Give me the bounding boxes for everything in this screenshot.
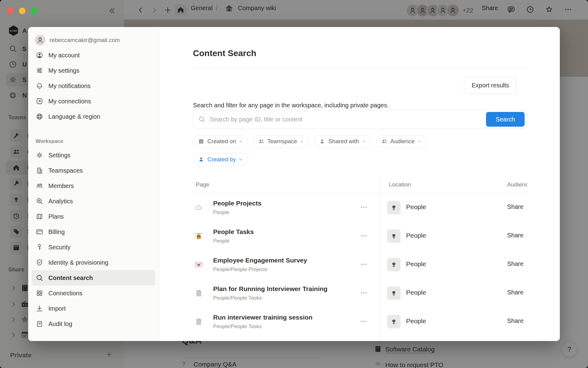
nav-label: My notifications [48, 82, 91, 90]
row-menu-button[interactable]: ••• [361, 319, 368, 324]
nav-label: Members [48, 182, 74, 190]
teamspace-flower-icon [387, 201, 401, 214]
chevron-down-icon [300, 140, 304, 144]
results-table: Page Location Audience People Projects P… [193, 176, 527, 341]
table-row[interactable]: Run interviewer training session People/… [193, 308, 527, 336]
bell-icon [36, 82, 43, 90]
settings-nav-my-account[interactable]: My account [32, 48, 155, 63]
settings-nav-connections[interactable]: Connections [32, 286, 155, 301]
settings-nav-identity-provisioning[interactable]: Identity & provisioning [32, 255, 155, 270]
chevron-down-icon [417, 140, 421, 144]
nav-label: Content search [48, 274, 93, 282]
zoom-button[interactable] [31, 8, 37, 14]
title-divider [193, 68, 527, 68]
search-submit-button[interactable]: Search [486, 112, 525, 127]
settings-nav-my-notifications[interactable]: My notifications [32, 78, 155, 94]
chip-label: Audience [390, 138, 415, 145]
nav-label: Teamspaces [48, 167, 83, 174]
page-title-cell[interactable]: Run interviewer training session [213, 314, 312, 321]
aerial-tramway-icon [194, 232, 203, 241]
settings-nav-my-connections[interactable]: My connections [32, 94, 155, 109]
key-icon [36, 243, 43, 251]
settings-nav-members[interactable]: Members [32, 178, 155, 194]
row-menu-button[interactable]: ••• [361, 290, 368, 295]
column-header-audience: Audience [507, 181, 527, 188]
active-filter-row: Created by [193, 153, 247, 166]
content-search-input[interactable] [209, 116, 527, 123]
filter-teamspace[interactable]: Teamspace [253, 135, 309, 148]
members-icon [36, 182, 43, 190]
audience-cell: Share [507, 203, 527, 210]
content-search-bar: Search [193, 110, 527, 129]
settings-nav-teamspaces[interactable]: Teamspaces [32, 163, 155, 178]
teamspace-flower-icon [387, 286, 401, 300]
person-circle-icon [36, 51, 43, 59]
page-icon [194, 317, 203, 326]
page-title-cell[interactable]: Employee Engagement Survey [213, 257, 307, 264]
app-window: ACME A S U S N Teams P C G P P S S M Sha… [0, 0, 588, 368]
page-title-cell[interactable]: People Tasks [213, 228, 254, 236]
row-menu-button[interactable]: ••• [361, 205, 368, 210]
table-row[interactable]: Plan for Running Interviewer Training Pe… [193, 279, 527, 308]
nav-label: Identity & provisioning [48, 259, 108, 266]
close-button[interactable] [7, 8, 13, 14]
nav-label: Settings [48, 152, 70, 159]
map-icon [36, 213, 43, 220]
page-icon [194, 289, 203, 298]
person-icon [319, 138, 326, 145]
audience-cell: Share [507, 260, 527, 267]
analytics-icon [36, 197, 43, 205]
settings-nav-billing[interactable]: Billing [32, 224, 155, 240]
cloud-icon [194, 203, 203, 212]
settings-nav-content-search[interactable]: Content search [32, 270, 155, 286]
filter-audience[interactable]: Audience [376, 135, 426, 148]
audience-cell: Share [507, 232, 527, 239]
row-menu-button[interactable]: ••• [361, 233, 368, 238]
page-title-cell[interactable]: People Projects [213, 200, 262, 207]
settings-nav-language-region[interactable]: Language & region [32, 109, 155, 124]
description-line-1: Search and filter for any page in the wo… [193, 102, 389, 109]
globe-icon [36, 113, 43, 121]
nav-label: My account [48, 52, 80, 59]
nav-label: My settings [48, 67, 79, 74]
export-results-button[interactable]: Export results [464, 77, 517, 94]
settings-nav: rebeccamcakir@gmail.com My account My se… [28, 27, 159, 341]
location-cell: People [406, 317, 426, 325]
filter-shared-with[interactable]: Shared with [314, 135, 371, 148]
page-title-cell[interactable]: Plan for Running Interviewer Training [213, 285, 327, 293]
account-email: rebeccamcakir@gmail.com [50, 37, 120, 44]
table-row[interactable]: People Tasks People ••• People Share [193, 222, 527, 251]
teamspace-flower-icon [387, 315, 401, 328]
column-header-page: Page [196, 181, 209, 188]
page-path-cell: People/People Tasks [213, 324, 262, 330]
audience-cell: Share [507, 289, 527, 296]
nav-label: My connections [48, 98, 91, 105]
account-row: rebeccamcakir@gmail.com [35, 35, 159, 46]
nav-label: Billing [48, 228, 65, 236]
page-path-cell: People [213, 209, 229, 216]
settings-nav-security[interactable]: Security [32, 240, 155, 255]
building-icon [36, 167, 43, 174]
location-cell: People [406, 289, 426, 296]
nav-label: Analytics [48, 198, 73, 205]
minimize-button[interactable] [19, 8, 25, 14]
filter-created-on[interactable]: Created on [193, 135, 248, 148]
page-path-cell: People/People Projects [213, 266, 267, 273]
row-menu-button[interactable]: ••• [361, 262, 368, 267]
settings-nav-settings[interactable]: Settings [32, 148, 155, 163]
table-row[interactable]: Employee Engagement Survey People/People… [193, 251, 527, 279]
import-arrow-icon [36, 305, 43, 312]
settings-nav-my-settings[interactable]: My settings [32, 63, 155, 78]
chip-label: Created by [207, 156, 236, 163]
nav-label: Connections [48, 290, 82, 297]
settings-nav-import[interactable]: Import [32, 301, 155, 316]
settings-nav-analytics[interactable]: Analytics [32, 194, 155, 209]
table-row[interactable]: People Projects People ••• People Share [193, 194, 527, 222]
people-icon [381, 138, 388, 145]
filter-created-by[interactable]: Created by [193, 153, 247, 166]
settings-nav-plans[interactable]: Plans [32, 209, 155, 224]
settings-nav-audit-log[interactable]: Audit log [32, 316, 155, 332]
page-path-cell: People [213, 238, 229, 244]
nav-label: Plans [48, 213, 64, 220]
arrow-up-right-icon [36, 97, 43, 105]
